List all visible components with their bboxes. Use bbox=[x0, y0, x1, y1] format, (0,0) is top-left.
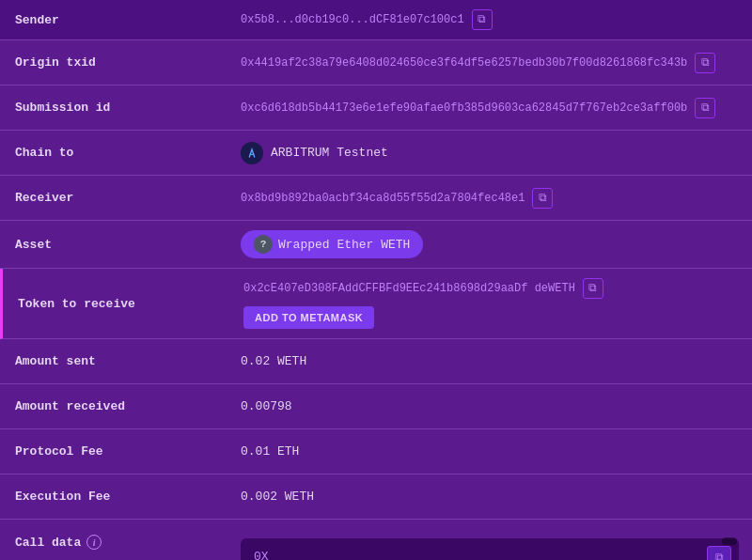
copy-txid-icon[interactable]: ⧉ bbox=[695, 53, 715, 73]
value-chain-to: ARBITRUM Testnet bbox=[227, 132, 752, 174]
label-text-chain-to: Chain to bbox=[15, 146, 73, 160]
value-asset: ?Wrapped Ether WETH bbox=[227, 221, 752, 268]
copy-receiver-icon[interactable]: ⧉ bbox=[532, 188, 553, 209]
label-text-execution-fee: Execution Fee bbox=[15, 490, 110, 504]
label-submission-id: Submission id bbox=[0, 91, 227, 124]
label-text-protocol-fee: Protocol Fee bbox=[15, 444, 103, 459]
top-label-text: Sender bbox=[15, 13, 59, 27]
value-amount-received: 0.00798 bbox=[227, 390, 752, 423]
transaction-details-table: Sender 0x5b8...d0cb19c0...dCF81e07c100c1… bbox=[0, 0, 752, 40]
label-asset: Asset bbox=[0, 228, 227, 261]
row-amount-received: Amount received0.00798 bbox=[0, 384, 752, 429]
calldata-value: 0X bbox=[254, 550, 269, 560]
label-text-receiver: Receiver bbox=[15, 191, 73, 205]
asset-badge: ?Wrapped Ether WETH bbox=[241, 230, 423, 258]
top-partial-row: Sender 0x5b8...d0cb19c0...dCF81e07c100c1… bbox=[0, 0, 752, 40]
row-execution-fee: Execution Fee0.002 WETH bbox=[0, 474, 752, 520]
arbitrum-icon bbox=[241, 142, 263, 164]
wechat-badge bbox=[722, 537, 737, 545]
sender-copy-icon[interactable]: ⧉ bbox=[472, 9, 493, 30]
value-token-to-receive: 0x2cE407eD308FAddCFFBFd9EEc241b8698d29aa… bbox=[230, 269, 752, 338]
row-txid: Origin txid0x4419af2c38a79e6408d024650ce… bbox=[0, 40, 752, 86]
value-text-protocol-fee: 0.01 ETH bbox=[241, 444, 299, 459]
asset-name: Wrapped Ether WETH bbox=[278, 238, 410, 252]
sender-hash: 0x5b8...d0cb19c0...dCF81e07c100c1 bbox=[241, 13, 464, 26]
label-amount-sent: Amount sent bbox=[0, 345, 227, 378]
row-submission-id: Submission id0xc6d618db5b44173e6e1efe90a… bbox=[0, 86, 752, 131]
label-token-to-receive: Token to receive bbox=[3, 288, 230, 320]
row-token-to-receive: Token to receive0x2cE407eD308FAddCFFBFd9… bbox=[0, 269, 752, 339]
add-to-metamask-button[interactable]: ADD TO METAMASK bbox=[243, 306, 374, 329]
label-receiver: Receiver bbox=[0, 181, 227, 214]
chain-badge: ARBITRUM Testnet bbox=[241, 142, 388, 164]
label-text-asset: Asset bbox=[15, 238, 52, 252]
row-receiver: Receiver0x8bd9b892ba0acbf34ca8d55f55d2a7… bbox=[0, 176, 752, 221]
label-amount-received: Amount received bbox=[0, 390, 227, 423]
copy-token-to-receive-icon[interactable]: ⧉ bbox=[583, 278, 603, 299]
label-txid: Origin txid bbox=[0, 46, 227, 79]
label-text-submission-id: Submission id bbox=[15, 101, 110, 115]
hash-receiver[interactable]: 0x8bd9b892ba0acbf34ca8d55f55d2a7804fec48… bbox=[241, 192, 525, 205]
value-execution-fee: 0.002 WETH bbox=[227, 480, 752, 513]
value-txid: 0x4419af2c38a79e6408d024650ce3f64df5e625… bbox=[227, 43, 752, 83]
label-call-data: Call datai bbox=[0, 525, 227, 559]
asset-question-icon: ? bbox=[254, 235, 273, 254]
label-text-amount-sent: Amount sent bbox=[15, 354, 96, 368]
row-call-data: Call datai0X⧉ bbox=[0, 520, 752, 560]
chain-name: ARBITRUM Testnet bbox=[271, 146, 388, 160]
value-submission-id: 0xc6d618db5b44173e6e1efe90afae0fb385d960… bbox=[227, 88, 752, 128]
label-chain-to: Chain to bbox=[0, 136, 227, 169]
hash-submission-id[interactable]: 0xc6d618db5b44173e6e1efe90afae0fb385d960… bbox=[241, 101, 687, 115]
value-receiver: 0x8bd9b892ba0acbf34ca8d55f55d2a7804fec48… bbox=[227, 179, 752, 218]
calldata-box: 0X⧉ bbox=[241, 538, 739, 560]
value-text-execution-fee: 0.002 WETH bbox=[241, 490, 314, 504]
label-text-txid: Origin txid bbox=[15, 55, 96, 70]
top-label-cell: Sender bbox=[0, 4, 227, 37]
row-chain-to: Chain to ARBITRUM Testnet bbox=[0, 131, 752, 176]
value-call-data: 0X⧉ bbox=[227, 525, 752, 560]
rows-container: Origin txid0x4419af2c38a79e6408d024650ce… bbox=[0, 40, 752, 560]
label-text-amount-received: Amount received bbox=[15, 399, 125, 413]
label-text-call-data: Call data bbox=[15, 536, 81, 550]
value-protocol-fee: 0.01 ETH bbox=[227, 435, 752, 468]
label-execution-fee: Execution Fee bbox=[0, 480, 227, 513]
row-amount-sent: Amount sent0.02 WETH bbox=[0, 339, 752, 384]
row-asset: Asset?Wrapped Ether WETH bbox=[0, 221, 752, 269]
hash-token-to-receive[interactable]: 0x2cE407eD308FAddCFFBFd9EEc241b8698d29aa… bbox=[243, 282, 575, 295]
top-value-cell: 0x5b8...d0cb19c0...dCF81e07c100c1 ⧉ bbox=[227, 0, 752, 39]
calldata-copy-icon[interactable]: ⧉ bbox=[707, 546, 731, 560]
value-text-amount-sent: 0.02 WETH bbox=[241, 354, 306, 368]
row-protocol-fee: Protocol Fee0.01 ETH bbox=[0, 429, 752, 474]
value-amount-sent: 0.02 WETH bbox=[227, 345, 752, 378]
value-text-amount-received: 0.00798 bbox=[241, 399, 292, 413]
copy-submission-id-icon[interactable]: ⧉ bbox=[695, 98, 715, 118]
info-icon[interactable]: i bbox=[86, 535, 102, 550]
label-text-token-to-receive: Token to receive bbox=[18, 297, 135, 311]
hash-txid[interactable]: 0x4419af2c38a79e6408d024650ce3f64df5e625… bbox=[241, 56, 687, 70]
label-protocol-fee: Protocol Fee bbox=[0, 435, 227, 468]
